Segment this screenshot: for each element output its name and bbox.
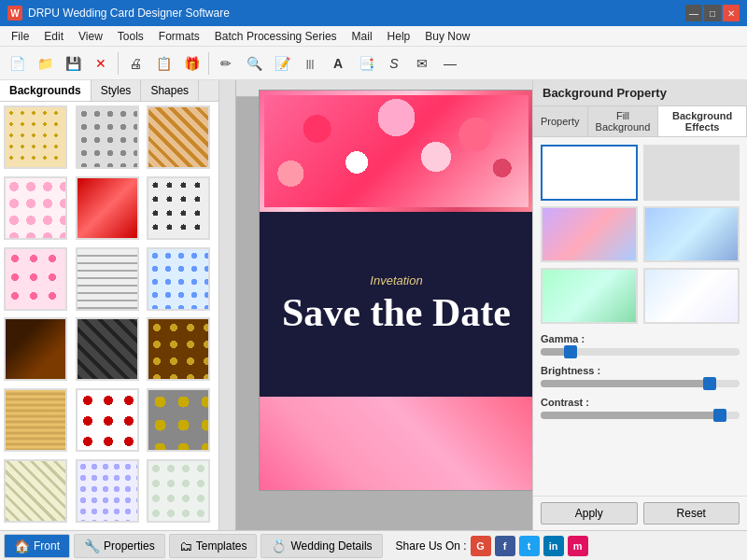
tab-backgrounds[interactable]: Backgrounds xyxy=(0,80,92,101)
list-item[interactable] xyxy=(76,388,139,452)
list-item[interactable] xyxy=(147,388,210,452)
menu-view[interactable]: View xyxy=(71,28,110,45)
card-main-text: Save the Date xyxy=(282,291,511,334)
doc-button[interactable]: 📑 xyxy=(353,50,379,77)
backgrounds-grid xyxy=(0,102,218,530)
tab-front[interactable]: 🏠 Front xyxy=(4,534,70,558)
effect-green[interactable] xyxy=(541,268,638,324)
tab-templates[interactable]: 🗂 Templates xyxy=(169,534,258,558)
share-section: Share Us On : G f t in m xyxy=(396,536,588,556)
properties-label: Properties xyxy=(104,539,155,553)
card-flowers-bottom xyxy=(260,397,532,490)
contrast-section: Contrast : xyxy=(541,397,740,419)
menu-edit[interactable]: Edit xyxy=(36,28,71,45)
list-item[interactable] xyxy=(4,105,67,169)
main-content: Backgrounds Styles Shapes xyxy=(0,80,747,530)
line-button[interactable]: — xyxy=(437,50,463,77)
ruler-left xyxy=(219,80,236,530)
new-button[interactable]: 📄 xyxy=(4,50,30,77)
separator-1 xyxy=(118,52,119,75)
print-button[interactable]: 🖨 xyxy=(122,50,148,77)
effects-content: Gamma : Brightness : Contrast : xyxy=(533,137,747,496)
bottom-bar: 🏠 Front 🔧 Properties 🗂 Templates 💍 Weddi… xyxy=(0,530,747,560)
menu-tools[interactable]: Tools xyxy=(110,28,151,45)
gamma-slider[interactable] xyxy=(541,348,740,356)
properties-icon: 🔧 xyxy=(84,539,100,553)
text-button[interactable]: 📝 xyxy=(269,50,295,77)
tab-fill-background[interactable]: Fill Background xyxy=(588,106,659,136)
list-item[interactable] xyxy=(76,105,139,169)
save-button[interactable]: 💾 xyxy=(60,50,86,77)
tab-background-effects[interactable]: Background Effects xyxy=(658,106,747,136)
effect-blue[interactable] xyxy=(643,206,740,262)
list-item[interactable] xyxy=(76,459,139,523)
card-flowers-top xyxy=(260,91,532,212)
effect-thumb[interactable] xyxy=(643,145,740,201)
email-button[interactable]: ✉ xyxy=(409,50,435,77)
open-button[interactable]: 📁 xyxy=(32,50,58,77)
social-google[interactable]: G xyxy=(471,536,491,556)
effects-grid xyxy=(541,145,740,324)
tab-styles[interactable]: Styles xyxy=(92,80,142,101)
barcode-button[interactable]: ||| xyxy=(297,50,323,77)
gamma-label: Gamma : xyxy=(541,333,740,344)
contrast-slider[interactable] xyxy=(541,412,740,419)
effect-white[interactable] xyxy=(643,268,740,324)
gift-button[interactable]: 🎁 xyxy=(178,50,204,77)
font-button[interactable]: A xyxy=(325,50,351,77)
list-item[interactable] xyxy=(76,247,139,311)
front-label: Front xyxy=(34,539,60,553)
search-button[interactable]: 🔍 xyxy=(241,50,267,77)
menu-batch[interactable]: Batch Processing Series xyxy=(207,28,345,45)
window-controls[interactable]: — □ ✕ xyxy=(685,5,740,21)
list-item[interactable] xyxy=(147,459,210,523)
list-item[interactable] xyxy=(147,176,210,240)
tab-properties[interactable]: 🔧 Properties xyxy=(74,534,165,558)
script-button[interactable]: S xyxy=(381,50,407,77)
card-canvas[interactable]: Invetation Save the Date xyxy=(259,90,532,491)
menu-file[interactable]: File xyxy=(4,28,36,45)
list-item[interactable] xyxy=(76,176,139,240)
pen-button[interactable]: ✏ xyxy=(213,50,239,77)
apply-button[interactable]: Apply xyxy=(541,502,638,525)
wedding-label: Wedding Details xyxy=(290,539,372,553)
left-panel: Backgrounds Styles Shapes xyxy=(0,80,219,530)
list-item[interactable] xyxy=(4,459,67,523)
menu-mail[interactable]: Mail xyxy=(345,28,380,45)
menu-buynow[interactable]: Buy Now xyxy=(417,28,477,45)
list-item[interactable] xyxy=(4,176,67,240)
social-mail[interactable]: m xyxy=(568,536,588,556)
maximize-button[interactable]: □ xyxy=(704,5,721,21)
menu-formats[interactable]: Formats xyxy=(151,28,207,45)
title-bar-left: W DRPU Wedding Card Designer Software xyxy=(7,6,230,21)
wedding-icon: 💍 xyxy=(271,539,287,553)
reset-button[interactable]: Reset xyxy=(643,502,740,525)
brightness-slider[interactable] xyxy=(541,380,740,387)
menu-bar: File Edit View Tools Formats Batch Proce… xyxy=(0,26,747,47)
effect-purple[interactable] xyxy=(541,206,638,262)
minimize-button[interactable]: — xyxy=(685,5,702,21)
list-item[interactable] xyxy=(147,247,210,311)
brightness-section: Brightness : xyxy=(541,365,740,387)
social-linkedin[interactable]: in xyxy=(543,536,564,556)
tab-wedding-details[interactable]: 💍 Wedding Details xyxy=(261,534,382,558)
app-title: DRPU Wedding Card Designer Software xyxy=(28,7,230,20)
effect-blank[interactable] xyxy=(541,145,638,201)
list-item[interactable] xyxy=(147,105,210,169)
list-item[interactable] xyxy=(76,317,139,381)
list-item[interactable] xyxy=(147,317,210,381)
action-buttons: Apply Reset xyxy=(533,496,747,530)
close-button[interactable]: ✕ xyxy=(723,5,740,21)
social-twitter[interactable]: t xyxy=(519,536,540,556)
tab-shapes[interactable]: Shapes xyxy=(141,80,199,101)
list-item[interactable] xyxy=(4,247,67,311)
delete-button[interactable]: ✕ xyxy=(88,50,114,77)
tab-property[interactable]: Property xyxy=(533,106,588,136)
app-icon: W xyxy=(7,6,22,21)
brightness-label: Brightness : xyxy=(541,365,740,376)
copy-button[interactable]: 📋 xyxy=(150,50,176,77)
menu-help[interactable]: Help xyxy=(380,28,418,45)
social-facebook[interactable]: f xyxy=(495,536,515,556)
list-item[interactable] xyxy=(4,388,67,452)
list-item[interactable] xyxy=(4,317,67,381)
